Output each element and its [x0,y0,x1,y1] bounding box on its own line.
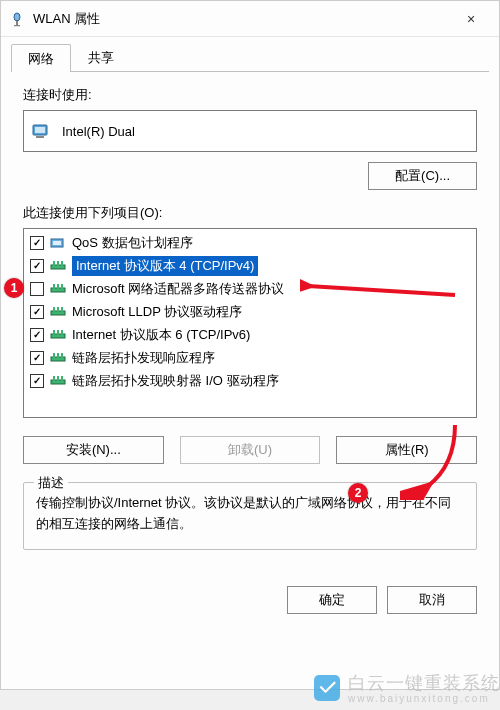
svg-rect-18 [57,307,59,312]
close-button[interactable]: × [451,5,491,33]
svg-rect-5 [36,136,44,138]
svg-rect-2 [14,25,20,26]
checkbox[interactable] [30,236,44,250]
item-label: 链路层拓扑发现响应程序 [72,349,215,367]
watermark-brand: 白云一键重装系统 [348,673,500,693]
svg-rect-9 [53,261,55,266]
list-item[interactable]: 链路层拓扑发现映射器 I/O 驱动程序 [24,369,476,392]
item-label: Internet 协议版本 4 (TCP/IPv4) [72,256,258,276]
network-items-list[interactable]: QoS 数据包计划程序 Internet 协议版本 4 (TCP/IPv4) M… [23,228,477,418]
protocol-icon [50,282,68,296]
window-title: WLAN 属性 [33,10,451,28]
svg-rect-4 [35,127,45,133]
svg-rect-21 [53,330,55,335]
svg-rect-15 [61,284,63,289]
svg-rect-27 [61,353,63,358]
adapter-icon [32,122,54,140]
annotation-marker-2: 2 [348,483,368,503]
qos-icon [50,236,68,250]
description-legend: 描述 [34,474,68,492]
items-label: 此连接使用下列项目(O): [23,204,477,222]
list-item[interactable]: 链路层拓扑发现响应程序 [24,346,476,369]
dialog-button-row: 确定 取消 [1,572,499,628]
checkbox[interactable] [30,374,44,388]
tab-sharing[interactable]: 共享 [71,43,131,71]
configure-button[interactable]: 配置(C)... [368,162,477,190]
annotation-arrow-2 [400,420,470,500]
svg-rect-22 [57,330,59,335]
item-label: Internet 协议版本 6 (TCP/IPv6) [72,326,250,344]
svg-rect-30 [57,376,59,381]
svg-rect-13 [53,284,55,289]
item-label: Microsoft 网络适配器多路传送器协议 [72,280,284,298]
checkbox[interactable] [30,328,44,342]
svg-rect-26 [57,353,59,358]
adapter-name: Intel(R) Dual [62,124,135,139]
annotation-marker-1: 1 [4,278,24,298]
tab-network[interactable]: 网络 [11,44,71,72]
checkbox[interactable] [30,351,44,365]
watermark-text: 白云一键重装系统 www.baiyunxitong.com [348,671,500,704]
adapter-box: Intel(R) Dual [23,110,477,152]
svg-rect-29 [53,376,55,381]
annotation-arrow-1 [300,270,460,300]
protocol-icon [50,305,68,319]
item-label: Microsoft LLDP 协议驱动程序 [72,303,242,321]
svg-rect-14 [57,284,59,289]
svg-rect-23 [61,330,63,335]
properties-dialog: WLAN 属性 × 网络 共享 连接时使用: Intel(R) Dual 配置(… [0,0,500,690]
watermark: 白云一键重装系统 www.baiyunxitong.com [314,671,500,704]
svg-rect-7 [53,241,61,245]
protocol-icon [50,328,68,342]
svg-line-33 [308,286,455,295]
svg-rect-17 [53,307,55,312]
ok-button[interactable]: 确定 [287,586,377,614]
svg-rect-25 [53,353,55,358]
svg-rect-1 [16,20,18,25]
svg-rect-31 [61,376,63,381]
protocol-icon [50,374,68,388]
install-button[interactable]: 安装(N)... [23,436,164,464]
cancel-button[interactable]: 取消 [387,586,477,614]
list-item[interactable]: Internet 协议版本 6 (TCP/IPv6) [24,323,476,346]
svg-point-0 [14,13,20,21]
list-item[interactable]: QoS 数据包计划程序 [24,231,476,254]
item-label: 链路层拓扑发现映射器 I/O 驱动程序 [72,372,279,390]
item-label: QoS 数据包计划程序 [72,234,193,252]
watermark-url: www.baiyunxitong.com [348,693,500,704]
connect-using-label: 连接时使用: [23,86,477,104]
checkbox[interactable] [30,305,44,319]
svg-rect-11 [61,261,63,266]
watermark-logo-icon [314,675,340,701]
protocol-icon [50,351,68,365]
tab-bar: 网络 共享 [1,37,499,71]
svg-rect-10 [57,261,59,266]
checkbox[interactable] [30,282,44,296]
protocol-icon [50,259,68,273]
list-item[interactable]: Microsoft LLDP 协议驱动程序 [24,300,476,323]
uninstall-button: 卸载(U) [180,436,321,464]
svg-rect-19 [61,307,63,312]
titlebar: WLAN 属性 × [1,1,499,37]
wlan-icon [9,11,25,27]
checkbox[interactable] [30,259,44,273]
